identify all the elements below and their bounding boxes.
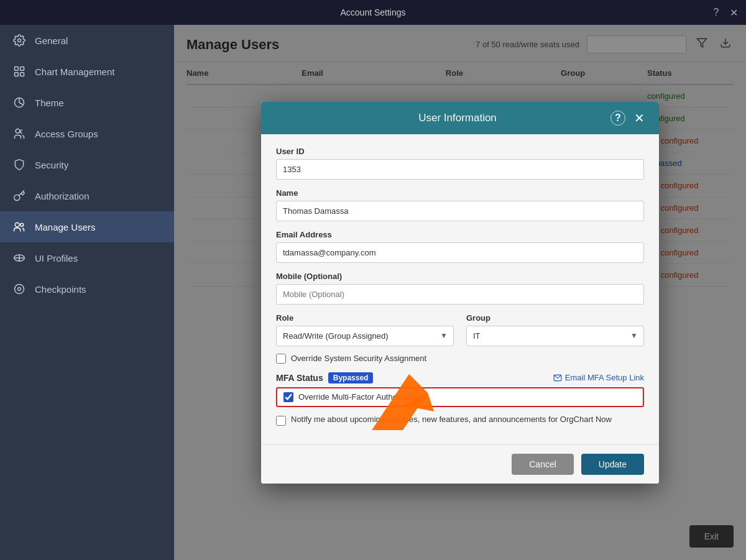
group-label: Group xyxy=(466,313,644,323)
name-group: Name xyxy=(276,188,644,221)
modal-header-icons: ? ✕ xyxy=(610,111,647,126)
group-col: Group IT HR Finance Engineering ▼ xyxy=(466,313,644,346)
svg-point-6 xyxy=(16,129,20,134)
name-input[interactable] xyxy=(276,201,644,221)
notify-checkbox[interactable] xyxy=(276,416,286,426)
svg-point-7 xyxy=(15,223,19,227)
group-select-wrapper: IT HR Finance Engineering ▼ xyxy=(466,326,644,346)
sidebar: General Chart Management Theme Access Gr… xyxy=(0,25,174,560)
sidebar-label-access-groups: Access Groups xyxy=(35,129,98,139)
title-bar-controls: ? ✕ xyxy=(710,6,740,19)
modal-header: User Information ? ✕ xyxy=(261,102,659,134)
sidebar-item-general[interactable]: General xyxy=(0,25,174,56)
sidebar-item-authorization[interactable]: Authorization xyxy=(0,180,174,211)
override-security-label[interactable]: Override System Security Assignment xyxy=(291,354,426,363)
modal-close-button[interactable]: ✕ xyxy=(632,111,647,126)
name-label: Name xyxy=(276,188,644,198)
sidebar-item-manage-users[interactable]: Manage Users xyxy=(0,211,174,242)
user-id-group: User ID xyxy=(276,147,644,180)
modal-title: User Information xyxy=(305,112,610,124)
svg-point-11 xyxy=(18,288,21,291)
email-input[interactable] xyxy=(276,242,644,263)
email-mfa-link[interactable]: Email MFA Setup Link xyxy=(553,373,644,382)
sidebar-label-checkpoints: Checkpoints xyxy=(35,284,86,295)
modal-footer: Cancel Update xyxy=(261,444,659,484)
notify-label[interactable]: Notify me about upcoming releases, new f… xyxy=(291,415,612,424)
user-info-modal: User Information ? ✕ User ID Name xyxy=(261,102,659,484)
theme-icon xyxy=(12,96,26,109)
svg-rect-1 xyxy=(15,67,19,71)
override-security-checkbox[interactable] xyxy=(276,354,286,364)
mfa-badge: Bypassed xyxy=(328,372,374,383)
role-select[interactable]: Read/Write (Group Assigned) Admin Read O… xyxy=(276,326,454,346)
title-bar: Account Settings ? ✕ xyxy=(0,0,746,25)
sidebar-item-theme[interactable]: Theme xyxy=(0,87,174,118)
override-mfa-label[interactable]: Override Multi-Factor Authorization xyxy=(298,392,423,402)
mobile-label: Mobile (Optional) xyxy=(276,272,644,281)
checkpoints-icon xyxy=(12,282,26,296)
modal-help-button[interactable]: ? xyxy=(610,111,625,126)
close-window-button[interactable]: ✕ xyxy=(727,6,740,19)
role-select-wrapper: Read/Write (Group Assigned) Admin Read O… xyxy=(276,326,454,346)
svg-rect-2 xyxy=(21,67,24,71)
override-security-row: Override System Security Assignment xyxy=(276,354,644,364)
email-mfa-text: Email MFA Setup Link xyxy=(565,373,644,382)
user-id-input[interactable] xyxy=(276,159,644,180)
chart-icon xyxy=(12,65,26,78)
mfa-status-row: MFA Status Bypassed Email MFA Setup Link xyxy=(276,372,644,383)
gear-icon xyxy=(12,34,26,47)
help-button[interactable]: ? xyxy=(710,6,722,19)
ui-profiles-icon xyxy=(12,251,26,265)
sidebar-label-manage-users: Manage Users xyxy=(35,222,96,232)
sidebar-label-general: General xyxy=(35,35,68,46)
mobile-group: Mobile (Optional) xyxy=(276,272,644,305)
sidebar-item-chart-management[interactable]: Chart Management xyxy=(0,56,174,87)
sidebar-item-security[interactable]: Security xyxy=(0,149,174,180)
role-group-row: Role Read/Write (Group Assigned) Admin R… xyxy=(276,313,644,346)
title-bar-title: Account Settings xyxy=(340,7,405,17)
authorization-icon xyxy=(12,189,26,203)
user-id-label: User ID xyxy=(276,147,644,156)
access-groups-icon xyxy=(12,127,26,140)
mfa-override-box: Override Multi-Factor Authorization xyxy=(276,387,644,407)
svg-point-0 xyxy=(18,39,21,42)
sidebar-label-theme: Theme xyxy=(35,98,64,108)
group-select[interactable]: IT HR Finance Engineering xyxy=(466,326,644,346)
security-icon xyxy=(12,158,26,172)
role-col: Role Read/Write (Group Assigned) Admin R… xyxy=(276,313,454,346)
sidebar-label-ui-profiles: UI Profiles xyxy=(35,253,78,264)
app-container: General Chart Management Theme Access Gr… xyxy=(0,25,746,560)
mfa-label-group: MFA Status Bypassed xyxy=(276,372,373,383)
main-content: Manage Users 7 of 50 read/write seats us… xyxy=(174,25,746,560)
mfa-label: MFA Status xyxy=(276,373,323,383)
sidebar-item-ui-profiles[interactable]: UI Profiles xyxy=(0,242,174,273)
svg-point-10 xyxy=(15,285,24,294)
sidebar-label-security: Security xyxy=(35,160,68,170)
mobile-input[interactable] xyxy=(276,284,644,305)
sidebar-label-chart-management: Chart Management xyxy=(35,67,114,77)
svg-point-8 xyxy=(21,223,24,226)
email-label: Email Address xyxy=(276,230,644,239)
modal-body: User ID Name Email Address Mobile (Optio… xyxy=(261,134,659,444)
sidebar-item-checkpoints[interactable]: Checkpoints xyxy=(0,273,174,305)
cancel-button[interactable]: Cancel xyxy=(512,454,574,475)
email-group: Email Address xyxy=(276,230,644,263)
sidebar-label-authorization: Authorization xyxy=(35,191,90,201)
svg-rect-3 xyxy=(15,73,19,76)
users-icon xyxy=(12,220,26,234)
notify-row: Notify me about upcoming releases, new f… xyxy=(276,415,644,426)
role-label: Role xyxy=(276,313,454,323)
update-button[interactable]: Update xyxy=(581,454,644,475)
override-mfa-checkbox[interactable] xyxy=(283,392,293,402)
svg-rect-4 xyxy=(21,73,24,76)
sidebar-item-access-groups[interactable]: Access Groups xyxy=(0,118,174,149)
